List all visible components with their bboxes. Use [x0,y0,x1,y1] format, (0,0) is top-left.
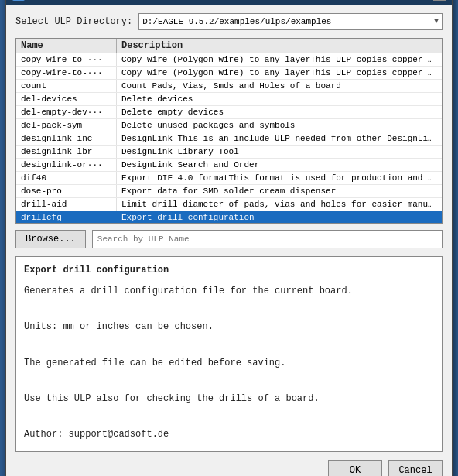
table-cell-name: designlink-inc [16,132,117,145]
ok-button[interactable]: OK [328,460,382,476]
browse-button[interactable]: Browse... [15,230,86,248]
description-lines: Generates a drill configuration file for… [24,284,434,443]
table-cell-name: count [16,80,117,92]
table-row[interactable]: drillcfg Export drill configuration [16,211,442,224]
dir-label: Select ULP Directory: [15,16,132,27]
table-cell-desc: Limit drill diameter of pads, vias and h… [117,198,442,211]
close-button[interactable]: ✕ [433,0,446,1]
table-cell-desc: Delete devices [117,93,442,105]
table-header: Name Description [16,39,442,53]
description-line: Author: support@cadsoft.de [24,427,434,442]
table-cell-name: designlink-lbr [16,146,117,158]
cancel-button[interactable]: Cancel [388,460,443,476]
table-row[interactable]: del-devices Delete devices [16,93,442,106]
table-row[interactable]: dose-pro Export data for SMD solder crea… [16,185,442,198]
dropdown-arrow-icon: ▼ [434,17,439,26]
table-cell-desc: Export data for SMD solder cream dispens… [117,185,442,197]
app-icon: U [12,0,25,1]
table-row[interactable]: designlink-or··· DesignLink Search and O… [16,159,442,172]
table-cell-name: del-devices [16,93,117,105]
ulp-table[interactable]: Name Description copy-wire-to-··· Copy W… [15,38,443,224]
search-input[interactable] [92,230,443,248]
dir-dropdown[interactable]: D:/EAGLE 9.5.2/examples/ulps/examples ▼ [138,13,443,30]
table-cell-desc: DesignLink This is an include ULP needed… [117,132,442,145]
col-desc-header: Description [117,39,442,53]
dir-row: Select ULP Directory: D:/EAGLE 9.5.2/exa… [15,13,443,30]
col-name-header: Name [16,39,117,53]
table-cell-desc: Delete unused packages and symbols [117,119,442,132]
table-row[interactable]: designlink-inc DesignLink This is an inc… [16,132,442,146]
table-cell-name: copy-wire-to-··· [16,67,117,79]
description-line: Units: mm or inches can be chosen. [24,320,434,334]
table-body: copy-wire-to-··· Copy Wire (Polygon Wire… [16,53,442,224]
dir-path-text: D:/EAGLE 9.5.2/examples/ulps/examples [142,17,331,26]
table-cell-name: del-empty-dev··· [16,106,117,118]
table-cell-desc: Count Pads, Vias, Smds and Holes of a bo… [117,80,442,92]
description-line [24,409,434,424]
table-cell-name: dose-pro [16,185,117,197]
description-line: The generated file can be edited before … [24,356,434,371]
table-row[interactable]: dif40 Export DIF 4.0 formatThis format i… [16,172,442,185]
description-line [24,302,434,317]
table-cell-name: designlink-or··· [16,159,117,171]
table-row[interactable]: del-empty-dev··· Delete empty devices [16,106,442,119]
table-cell-desc: Export DIF 4.0 formatThis format is used… [117,172,442,184]
table-cell-name: drillcfg [16,211,117,224]
table-cell-desc: Export drill configuration [117,211,442,224]
table-cell-name: del-pack-sym [16,119,117,132]
table-cell-desc: DesignLink Search and Order [117,159,442,171]
description-line: Use this ULP also for checking the drill… [24,392,434,406]
table-row[interactable]: count Count Pads, Vias, Smds and Holes o… [16,80,442,93]
description-box: Export drill configuration Generates a d… [15,256,443,453]
main-window: U ULP ✕ Select ULP Directory: D:/EAGLE 9… [5,0,453,476]
description-title: Export drill configuration [24,263,434,278]
table-row[interactable]: drill-aid Limit drill diameter of pads, … [16,198,442,211]
table-cell-desc: Copy Wire (Polygon Wire) to any layerThi… [117,67,442,79]
titlebar-left: U ULP [12,0,46,1]
description-line [24,374,434,389]
table-row[interactable]: copy-wire-to-··· Copy Wire (Polygon Wire… [16,53,442,67]
table-row[interactable]: designlink-lbr DesignLink Library Tool [16,146,442,159]
description-line [24,337,434,352]
content-area: Select ULP Directory: D:/EAGLE 9.5.2/exa… [6,5,452,476]
description-line: Generates a drill configuration file for… [24,284,434,299]
table-cell-desc: Delete empty devices [117,106,442,118]
table-row[interactable]: copy-wire-to-··· Copy Wire (Polygon Wire… [16,67,442,80]
bottom-buttons: OK Cancel [15,460,443,476]
browse-search-row: Browse... [15,230,443,248]
table-cell-desc: Copy Wire (Polygon Wire) to any layerThi… [117,53,442,66]
table-row[interactable]: del-pack-sym Delete unused packages and … [16,119,442,132]
table-cell-name: drill-aid [16,198,117,211]
table-cell-desc: DesignLink Library Tool [117,146,442,158]
table-cell-name: dif40 [16,172,117,184]
table-cell-name: copy-wire-to-··· [16,53,117,66]
